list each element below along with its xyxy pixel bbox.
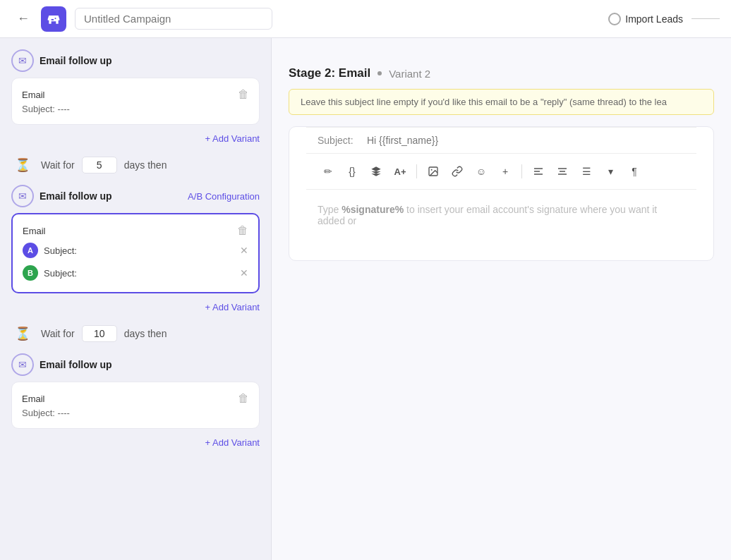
delete-icon-2[interactable]: 🗑 <box>237 224 248 237</box>
variant-subject-b: Subject: <box>44 268 234 279</box>
image-button[interactable] <box>423 161 444 182</box>
variant-badge-b: B <box>23 265 38 281</box>
align-center-button[interactable] <box>552 161 573 182</box>
left-panel: ✉ Email follow up Email 🗑 Subject: ---- … <box>0 38 272 560</box>
card-subject-3: Subject: ---- <box>22 408 249 418</box>
list-button[interactable]: ☰ <box>576 161 597 182</box>
email-icon-2: ✉ <box>11 185 34 207</box>
wait-label-before-1: Wait for <box>41 159 75 171</box>
emoji-button[interactable]: ☺ <box>471 161 492 182</box>
font-size-button[interactable]: A+ <box>389 161 411 182</box>
align-left-button[interactable] <box>528 161 549 182</box>
variant-row-b: B Subject: ✕ <box>23 264 248 282</box>
code-button[interactable]: {} <box>342 161 363 182</box>
wait-block-1: ⏳ Wait for days then <box>11 154 260 176</box>
email-icon-3: ✉ <box>11 353 34 376</box>
delete-icon-3[interactable]: 🗑 <box>238 392 249 405</box>
card-row-2: Email 🗑 <box>23 224 248 237</box>
editor-body[interactable]: Type %signature% to insert your email ac… <box>306 190 696 260</box>
stage-1-card[interactable]: Email 🗑 Subject: ---- <box>11 78 260 125</box>
svg-point-1 <box>431 169 433 171</box>
header-divider <box>691 18 720 19</box>
card-email-label-3: Email <box>22 394 45 404</box>
toolbar-sep-1 <box>416 164 417 178</box>
main-layout: ✉ Email follow up Email 🗑 Subject: ---- … <box>0 38 731 560</box>
wait-label-after-2: days then <box>124 328 167 339</box>
card-email-label-1: Email <box>22 90 45 100</box>
import-leads-label: Import Leads <box>625 13 683 25</box>
campaign-title-input[interactable] <box>75 8 272 30</box>
toolbar-row: ✏ {} A+ ☺ + <box>306 154 696 190</box>
card-row-3: Email 🗑 <box>22 392 249 405</box>
layers-button[interactable] <box>366 161 387 182</box>
email-icon-1: ✉ <box>11 49 34 72</box>
pencil-button[interactable]: ✏ <box>318 161 339 182</box>
paragraph-button[interactable]: ¶ <box>624 161 645 182</box>
wait-label-before-2: Wait for <box>41 328 75 339</box>
stage-variant-label: Variant 2 <box>389 68 430 80</box>
hourglass-icon-1: ⏳ <box>11 154 34 176</box>
stage-2-title: Email follow up <box>40 190 112 202</box>
wait-days-input-1[interactable] <box>82 157 117 174</box>
add-variant-button-2[interactable]: + Add Variant <box>11 298 260 314</box>
stage-3-header: ✉ Email follow up <box>11 353 260 376</box>
card-subject-1: Subject: ---- <box>22 104 249 114</box>
hourglass-icon-2: ⏳ <box>11 322 34 345</box>
stage-block-3: ✉ Email follow up Email 🗑 Subject: ---- … <box>11 353 260 449</box>
signature-hint: Type %signature% to insert your email ac… <box>318 204 685 226</box>
wait-label-after-1: days then <box>124 159 167 171</box>
editor-area: Subject: ✏ {} A+ ☺ + <box>289 126 714 261</box>
wait-block-2: ⏳ Wait for days then <box>11 322 260 345</box>
hint-banner: Leave this subject line empty if you'd l… <box>289 89 714 115</box>
variant-row-a: A Subject: ✕ <box>23 241 248 260</box>
delete-icon-1[interactable]: 🗑 <box>238 88 249 101</box>
header: ← Import Leads <box>0 0 731 38</box>
ab-config-link[interactable]: A/B Configuration <box>188 191 260 202</box>
circle-icon <box>608 13 621 25</box>
plus-button[interactable]: + <box>495 161 516 182</box>
link-button[interactable] <box>447 161 468 182</box>
stage-2-card[interactable]: Email 🗑 A Subject: ✕ B Subject: ✕ <box>11 213 260 293</box>
stage-label-title: Stage 2: Email <box>289 66 370 80</box>
header-right: Import Leads <box>608 13 720 25</box>
variant-close-b[interactable]: ✕ <box>240 267 248 279</box>
logo-icon <box>41 6 66 32</box>
variant-subject-a: Subject: <box>44 245 234 256</box>
stage-label-row: Stage 2: Email Variant 2 <box>272 55 731 89</box>
add-variant-button-3[interactable]: + Add Variant <box>11 433 260 449</box>
subject-input[interactable] <box>367 135 685 146</box>
stage-dot <box>377 71 382 75</box>
variant-badge-a: A <box>23 243 38 258</box>
stage-block-2: ✉ Email follow up A/B Configuration Emai… <box>11 185 260 314</box>
variant-close-a[interactable]: ✕ <box>240 245 248 256</box>
hint-text: Leave this subject line empty if you'd l… <box>301 97 667 107</box>
wait-days-input-2[interactable] <box>82 325 117 342</box>
subject-label: Subject: <box>318 135 367 146</box>
stage-1-header: ✉ Email follow up <box>11 49 260 72</box>
card-email-label-2: Email <box>23 226 46 236</box>
import-leads-button[interactable]: Import Leads <box>608 13 683 25</box>
stage-3-title: Email follow up <box>40 359 112 370</box>
stage-1-title: Email follow up <box>40 55 112 66</box>
back-button[interactable]: ← <box>11 8 35 29</box>
add-variant-button-1[interactable]: + Add Variant <box>11 129 260 145</box>
stage-3-card[interactable]: Email 🗑 Subject: ---- <box>11 382 260 429</box>
stage-2-header: ✉ Email follow up A/B Configuration <box>11 185 260 207</box>
toolbar-sep-2 <box>521 164 522 178</box>
more-format-button[interactable]: ▾ <box>600 161 621 182</box>
stage-block-1: ✉ Email follow up Email 🗑 Subject: ---- … <box>11 49 260 145</box>
right-panel: Stage 2: Email Variant 2 Leave this subj… <box>272 38 731 560</box>
subject-row: Subject: <box>306 127 696 154</box>
card-row-1: Email 🗑 <box>22 88 249 101</box>
